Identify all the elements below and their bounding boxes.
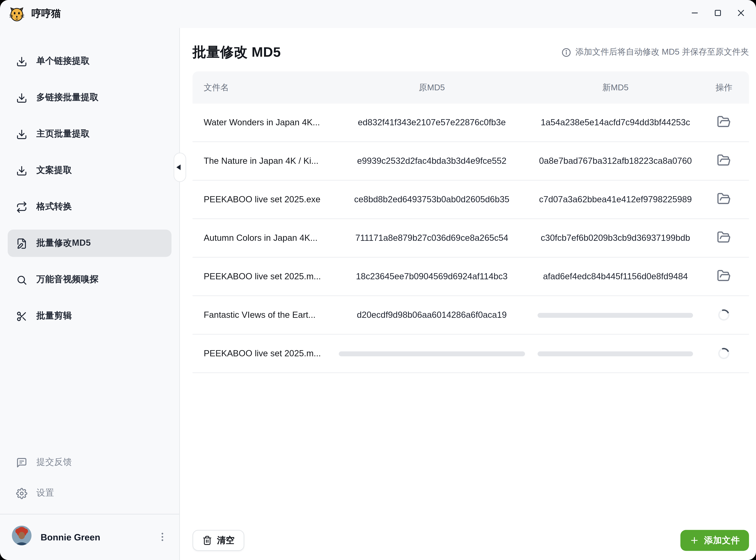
search-icon <box>16 274 27 285</box>
sidebar-item-label: 多链接批量提取 <box>36 92 99 104</box>
main-content: 批量修改 MD5 添加文件后将自动修改 MD5 并保存至原文件夹 文件名原MD5… <box>180 28 756 560</box>
close-icon <box>736 8 745 20</box>
loading-skeleton <box>538 313 693 317</box>
sidebar-item-homepage-batch-extract[interactable]: 主页批量提取 <box>8 120 172 148</box>
new-md5: 1a54a238e5e14acfd7c94dd3bf44253c <box>532 118 699 127</box>
sidebar-item-label: 设置 <box>36 487 54 499</box>
open-folder-button[interactable] <box>716 152 732 171</box>
sidebar-item-label: 批量修改MD5 <box>36 237 91 249</box>
table-header: 文件名原MD5新MD5操作 <box>193 72 749 104</box>
column-header: 文件名 <box>193 82 332 94</box>
file-name: PEEKABOO live set 2025.exe <box>193 195 332 204</box>
sidebar-item-label: 提交反馈 <box>36 456 72 468</box>
user-row: Bonnie Green <box>0 523 179 551</box>
page-title: 批量修改 MD5 <box>193 43 281 62</box>
loading-spinner-icon <box>717 308 731 322</box>
sidebar-item-single-link-extract[interactable]: 单个链接提取 <box>8 47 172 75</box>
download-icon <box>16 165 27 176</box>
trash-icon <box>202 536 212 545</box>
clear-button-label: 清空 <box>217 535 235 546</box>
loading-skeleton <box>339 351 525 356</box>
download-icon <box>16 128 27 140</box>
file-name: PEEKABOO live set 2025.m... <box>193 348 332 358</box>
open-folder-button[interactable] <box>716 190 732 209</box>
table-row: Water Wonders in Japan 4K...ed832f41f343… <box>193 104 749 142</box>
avatar <box>12 526 32 548</box>
sidebar-item-submit-feedback[interactable]: 提交反馈 <box>8 449 172 476</box>
folder-open-icon <box>717 268 731 284</box>
new-md5 <box>532 351 699 356</box>
download-icon <box>16 92 27 103</box>
feedback-icon <box>16 457 27 468</box>
old-md5: 711171a8e879b27c036d69ce8a265c54 <box>332 233 532 243</box>
loading-skeleton <box>538 351 693 356</box>
sidebar-item-label: 单个链接提取 <box>36 55 90 67</box>
new-md5: c7d07a3a62bbea41e412ef9798225989 <box>532 195 699 204</box>
close-button[interactable] <box>736 8 745 20</box>
info-icon <box>561 47 571 57</box>
old-md5: e9939c2532d2fac4bda3b3d4e9fce552 <box>332 156 532 166</box>
file-name: Water Wonders in Japan 4K... <box>193 118 332 127</box>
app-title: 哼哼猫 <box>32 8 61 20</box>
sidebar-collapse-handle[interactable] <box>174 153 186 182</box>
sidebar-item-batch-clip[interactable]: 批量剪辑 <box>8 302 172 330</box>
sidebar: 单个链接提取多链接批量提取主页批量提取文案提取格式转换批量修改MD5万能音视频嗅… <box>0 28 180 560</box>
file-name: Autumn Colors in Japan 4K... <box>193 233 332 243</box>
cat-logo-icon <box>9 6 24 22</box>
table-row: The Nature in Japan 4K / Ki...e9939c2532… <box>193 142 749 181</box>
folder-open-icon <box>717 115 731 131</box>
kebab-menu-icon[interactable] <box>155 530 170 544</box>
md5-table: 文件名原MD5新MD5操作 Water Wonders in Japan 4K.… <box>193 72 749 373</box>
add-files-button-label: 添加文件 <box>704 535 740 546</box>
folder-open-icon <box>717 192 731 207</box>
table-row: PEEKABOO live set 2025.exece8bd8b2ed6493… <box>193 181 749 219</box>
gear-icon <box>16 487 27 499</box>
table-body: Water Wonders in Japan 4K...ed832f41f343… <box>193 104 749 373</box>
scale-wrapper: 哼哼猫 单个链接提取多链接批量提取主页批量提取文案提取格式转换批量修改MD5万能… <box>0 0 756 560</box>
table-row: PEEKABOO live set 2025.m...18c23645ee7b0… <box>193 258 749 296</box>
column-header: 新MD5 <box>532 82 699 94</box>
sidebar-divider <box>0 514 179 515</box>
column-header: 操作 <box>699 82 749 94</box>
table-row: Fantastic VIews of the Eart...d20ecdf9d9… <box>193 296 749 335</box>
open-folder-button[interactable] <box>716 267 732 286</box>
repeat-icon <box>16 201 27 213</box>
scissors-icon <box>16 311 27 322</box>
old-md5: ed832f41f343e2107e57e22876c0fb3e <box>332 118 532 127</box>
folder-open-icon <box>717 153 731 169</box>
open-folder-button[interactable] <box>716 228 732 247</box>
sidebar-item-universal-av-sniffer[interactable]: 万能音视频嗅探 <box>8 266 172 293</box>
maximize-icon <box>713 8 722 20</box>
sidebar-item-label: 文案提取 <box>36 164 72 176</box>
sidebar-item-batch-modify-md5[interactable]: 批量修改MD5 <box>8 229 172 257</box>
sidebar-footer-items: 提交反馈设置 <box>0 449 179 507</box>
sidebar-item-settings[interactable]: 设置 <box>8 480 172 507</box>
sidebar-item-label: 格式转换 <box>36 201 72 213</box>
sidebar-item-copywriting-extract[interactable]: 文案提取 <box>8 157 172 184</box>
maximize-button[interactable] <box>713 8 722 20</box>
sidebar-item-format-convert[interactable]: 格式转换 <box>8 193 172 220</box>
minimize-button[interactable] <box>690 8 699 20</box>
old-md5: 18c23645ee7b0904569d6924af114bc3 <box>332 272 532 281</box>
main-header: 批量修改 MD5 添加文件后将自动修改 MD5 并保存至原文件夹 <box>193 28 749 72</box>
title-bar: 哼哼猫 <box>0 0 756 28</box>
add-files-button[interactable]: 添加文件 <box>680 530 749 551</box>
old-md5: d20ecdf9d98b06aa6014286a6f0aca19 <box>332 310 532 320</box>
row-action <box>699 152 749 171</box>
app-window: 哼哼猫 单个链接提取多链接批量提取主页批量提取文案提取格式转换批量修改MD5万能… <box>0 0 756 560</box>
old-md5: ce8bd8b2ed6493753b0ab0d2605d6b35 <box>332 195 532 204</box>
bottom-actions: 清空 添加文件 <box>193 530 749 551</box>
open-folder-button[interactable] <box>716 113 732 132</box>
file-name: Fantastic VIews of the Eart... <box>193 310 332 320</box>
plus-icon <box>689 536 699 545</box>
new-md5 <box>532 313 699 317</box>
file-pen-icon <box>16 238 27 249</box>
clear-button[interactable]: 清空 <box>193 530 244 551</box>
window-body: 单个链接提取多链接批量提取主页批量提取文案提取格式转换批量修改MD5万能音视频嗅… <box>0 28 756 560</box>
table-row: PEEKABOO live set 2025.m... <box>193 335 749 373</box>
folder-open-icon <box>717 230 731 246</box>
minimize-icon <box>690 8 699 20</box>
new-md5: 0a8e7bad767ba312afb18223ca8a0760 <box>532 156 699 166</box>
sidebar-item-multi-link-batch-extract[interactable]: 多链接批量提取 <box>8 84 172 111</box>
row-action <box>699 113 749 132</box>
